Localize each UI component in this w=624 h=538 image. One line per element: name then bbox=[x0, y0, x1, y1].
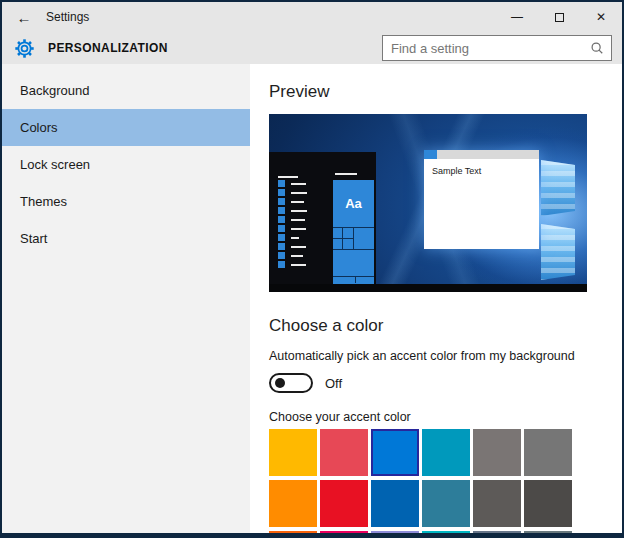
search-icon[interactable] bbox=[590, 41, 604, 55]
accent-swatch[interactable] bbox=[473, 429, 521, 476]
accent-swatch[interactable] bbox=[269, 429, 317, 476]
accent-swatch[interactable] bbox=[524, 429, 572, 476]
accent-swatch[interactable] bbox=[473, 531, 521, 533]
tile-bottom-row bbox=[333, 276, 374, 283]
titlebar: ← Settings — ✕ bbox=[2, 2, 622, 32]
taskbar-preview bbox=[269, 284, 587, 292]
menu-tile bbox=[278, 243, 285, 250]
accent-swatch[interactable] bbox=[320, 429, 368, 476]
accent-swatch[interactable] bbox=[371, 531, 419, 533]
accent-swatch[interactable] bbox=[371, 480, 419, 527]
toggle-knob bbox=[275, 378, 285, 388]
auto-accent-toggle-row: Off bbox=[269, 373, 622, 393]
tile-solid bbox=[333, 250, 374, 276]
sidebar-item-lock-screen[interactable]: Lock screen bbox=[2, 146, 250, 183]
windows-logo-pane-bottom bbox=[541, 224, 575, 280]
minimize-icon: — bbox=[511, 10, 523, 24]
sidebar-item-colors[interactable]: Colors bbox=[2, 109, 250, 146]
gear-icon bbox=[14, 38, 35, 59]
search-box bbox=[382, 35, 612, 61]
auto-accent-label: Automatically pick an accent color from … bbox=[269, 349, 622, 363]
auto-accent-toggle[interactable] bbox=[269, 373, 313, 393]
minimize-button[interactable]: — bbox=[496, 2, 538, 32]
sidebar-item-background[interactable]: Background bbox=[2, 72, 250, 109]
menu-line bbox=[291, 219, 305, 221]
menu-line bbox=[291, 237, 299, 239]
settings-window: ← Settings — ✕ bbox=[0, 0, 624, 538]
window-title: Settings bbox=[46, 10, 89, 24]
tile-grid-wide-cell bbox=[354, 228, 374, 249]
menu-line bbox=[291, 264, 306, 266]
menu-tile bbox=[278, 225, 285, 232]
sidebar-item-start[interactable]: Start bbox=[2, 220, 250, 257]
sample-window-titlebar bbox=[424, 150, 539, 159]
menu-tile bbox=[278, 234, 285, 241]
sidebar: Background Colors Lock screen Themes Sta… bbox=[2, 64, 250, 533]
toggle-state-label: Off bbox=[325, 376, 342, 391]
menu-tile bbox=[278, 207, 285, 214]
preview-heading: Preview bbox=[269, 82, 622, 102]
accent-swatch[interactable] bbox=[524, 531, 572, 533]
accent-tile-panel: Aa bbox=[333, 180, 374, 284]
accent-color-label: Choose your accent color bbox=[269, 410, 622, 424]
menu-line bbox=[291, 228, 306, 230]
menu-line bbox=[291, 255, 303, 257]
menu-line bbox=[291, 192, 307, 194]
page-header: PERSONALIZATION bbox=[2, 32, 622, 64]
menu-tile bbox=[278, 189, 285, 196]
menu-line bbox=[291, 183, 306, 185]
aa-tile: Aa bbox=[333, 180, 374, 227]
accent-color-grid bbox=[269, 429, 622, 533]
tile-grid-small-cells bbox=[333, 228, 354, 249]
menu-line bbox=[291, 201, 304, 203]
menu-line bbox=[291, 210, 307, 212]
windows-logo-pane-top bbox=[541, 160, 575, 216]
main-content: Preview bbox=[250, 64, 622, 533]
accent-swatch[interactable] bbox=[473, 480, 521, 527]
menu-tile bbox=[278, 252, 285, 259]
accent-swatch[interactable] bbox=[422, 429, 470, 476]
close-icon: ✕ bbox=[596, 10, 606, 24]
page-title: PERSONALIZATION bbox=[48, 41, 168, 55]
accent-swatch[interactable] bbox=[269, 531, 317, 533]
sidebar-item-themes[interactable]: Themes bbox=[2, 183, 250, 220]
accent-swatch[interactable] bbox=[422, 480, 470, 527]
tile-group-title-line bbox=[335, 173, 357, 175]
accent-swatch[interactable] bbox=[422, 531, 470, 533]
menu-tile bbox=[278, 198, 285, 205]
accent-swatch[interactable] bbox=[320, 480, 368, 527]
menu-line bbox=[278, 176, 298, 178]
window-body: Background Colors Lock screen Themes Sta… bbox=[2, 64, 622, 533]
theme-preview-image: Aa Sample Text bbox=[269, 114, 587, 292]
sample-window-text: Sample Text bbox=[424, 159, 539, 176]
tile-grid bbox=[333, 227, 374, 250]
start-menu-preview: Aa bbox=[269, 152, 376, 284]
back-arrow-icon: ← bbox=[17, 9, 32, 26]
menu-tile bbox=[278, 180, 285, 187]
sample-window-accent-square bbox=[424, 150, 437, 159]
close-button[interactable]: ✕ bbox=[580, 2, 622, 32]
menu-tile bbox=[278, 261, 285, 268]
sample-window-preview: Sample Text bbox=[424, 150, 539, 249]
choose-color-heading: Choose a color bbox=[269, 316, 622, 336]
menu-tile bbox=[278, 216, 285, 223]
maximize-icon bbox=[555, 13, 564, 22]
back-button[interactable]: ← bbox=[2, 9, 46, 26]
menu-line bbox=[291, 246, 306, 248]
accent-swatch[interactable] bbox=[269, 480, 317, 527]
accent-swatch[interactable] bbox=[524, 480, 572, 527]
accent-swatch[interactable] bbox=[320, 531, 368, 533]
accent-swatch-selected[interactable] bbox=[371, 429, 419, 476]
maximize-button[interactable] bbox=[538, 2, 580, 32]
search-input[interactable] bbox=[383, 41, 590, 56]
